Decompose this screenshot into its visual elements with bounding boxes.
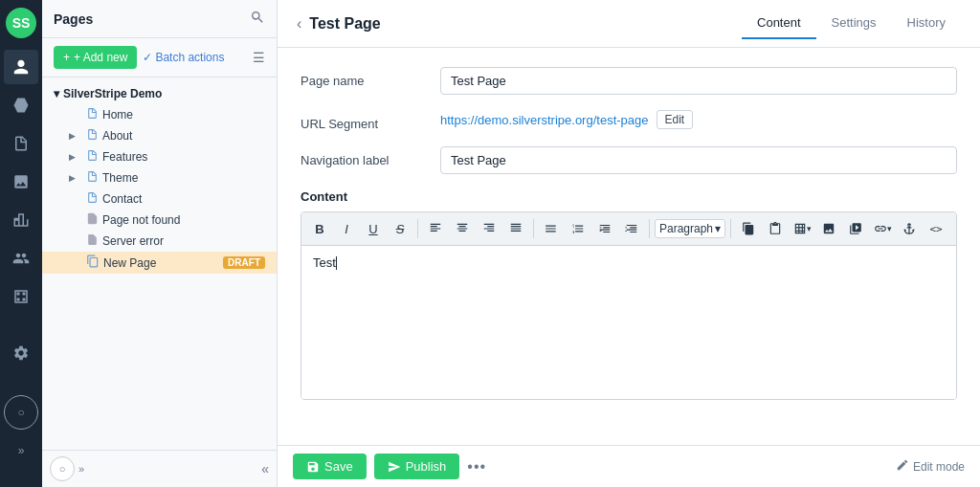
strikethrough-button[interactable]: S (388, 216, 412, 241)
align-right-button[interactable] (477, 216, 501, 241)
nav-icon-chart[interactable] (4, 203, 38, 237)
tree-item-features[interactable]: ▶ Features (42, 146, 277, 167)
tree-item-server-error[interactable]: Server error (42, 231, 277, 252)
special-page-icon (86, 212, 99, 228)
tree-item-contact[interactable]: Contact (42, 188, 277, 210)
toolbar-sep-4 (730, 219, 731, 238)
publish-button[interactable]: Publish (374, 454, 460, 479)
page-name-label: Page name (301, 67, 425, 88)
editor-content[interactable]: Test (301, 246, 956, 399)
align-center-button[interactable] (450, 216, 475, 241)
media-button[interactable] (843, 216, 868, 241)
batch-label: Batch actions (155, 51, 224, 64)
bottom-circle-icon[interactable]: ○ (4, 395, 38, 430)
special-page-icon (86, 233, 99, 249)
toolbar-sep-3 (649, 219, 650, 238)
page-icon (86, 191, 99, 207)
page-title: Test Page (309, 15, 380, 33)
nav-icon-network[interactable] (4, 88, 38, 122)
left-nav: SS ○ » (0, 0, 42, 487)
nav-icon-table[interactable] (4, 279, 38, 314)
search-icon[interactable] (250, 10, 265, 28)
editor-toolbar: B I U S (301, 212, 956, 246)
page-name-input[interactable] (440, 67, 957, 95)
link-button[interactable]: ▾ (870, 216, 895, 241)
editor-wrapper: B I U S (301, 211, 957, 400)
url-edit-button[interactable]: Edit (657, 110, 694, 129)
publish-label: Publish (406, 459, 447, 474)
url-segment-row: URL Segment https://demo.silverstripe.or… (301, 110, 957, 131)
tree-item-label: About (102, 129, 265, 143)
toolbar-sep (417, 219, 418, 238)
nav-icon-pages[interactable] (4, 126, 38, 161)
tab-history[interactable]: History (892, 8, 961, 39)
table-button[interactable]: ▾ (790, 216, 814, 241)
main-header: ‹ Test Page Content Settings History (278, 0, 980, 48)
expander: ▶ (69, 131, 82, 141)
code-button[interactable]: <> (924, 216, 948, 241)
url-link[interactable]: https://demo.silverstripe.org/test-page (440, 113, 649, 127)
nav-label-input[interactable] (440, 146, 957, 174)
back-button[interactable]: ‹ (297, 15, 301, 33)
paragraph-label: Paragraph (659, 222, 713, 235)
batch-actions-button[interactable]: ✓ Batch actions (143, 51, 224, 64)
sidebar-title: Pages (54, 11, 93, 27)
tree-item-theme[interactable]: ▶ Theme (42, 167, 277, 188)
bold-button[interactable]: B (307, 216, 332, 241)
collapse-button[interactable]: « (261, 461, 269, 476)
align-left-button[interactable] (423, 216, 448, 241)
tree-item-label: Home (102, 108, 265, 122)
tree-item-page-not-found[interactable]: Page not found (42, 210, 277, 231)
nav-label: Navigation label (301, 146, 425, 167)
more-button[interactable]: ••• (467, 458, 486, 476)
tab-content[interactable]: Content (742, 8, 816, 39)
ul-button[interactable] (539, 216, 564, 241)
nav-expand-icon[interactable]: » (4, 433, 38, 468)
edit-mode-label: Edit mode (913, 460, 965, 474)
tree-item-home[interactable]: Home (42, 104, 277, 125)
edit-mode-icon (896, 458, 909, 475)
dropdown-arrow: ▾ (715, 222, 721, 235)
image-button[interactable] (816, 216, 841, 241)
expander: ▶ (69, 152, 82, 162)
editor-text: Test (313, 255, 336, 270)
url-label: URL Segment (301, 110, 425, 131)
tree-root[interactable]: ▾ SilverStripe Demo (42, 83, 277, 104)
tree-item-new-page[interactable]: New Page DRAFT (42, 252, 277, 274)
copy-button[interactable] (736, 216, 761, 241)
nav-icon-settings[interactable] (4, 336, 38, 370)
paste-button[interactable] (763, 216, 788, 241)
tree-item-about[interactable]: ▶ About (42, 125, 277, 146)
circle-button[interactable]: ○ (50, 456, 75, 481)
anchor-button[interactable] (897, 216, 922, 241)
page-tree: ▾ SilverStripe Demo Home ▶ About ▶ Featu… (42, 77, 277, 450)
outdent-button[interactable] (619, 216, 644, 241)
italic-button[interactable]: I (334, 216, 359, 241)
app-logo: SS (6, 8, 36, 38)
draft-badge: DRAFT (223, 256, 265, 269)
content-label: Content (301, 189, 957, 204)
paragraph-select[interactable]: Paragraph ▾ (655, 219, 725, 238)
ol-button[interactable] (566, 216, 590, 241)
indent-button[interactable] (592, 216, 617, 241)
underline-button[interactable]: U (361, 216, 386, 241)
nav-icon-users[interactable] (4, 241, 38, 276)
list-view-button[interactable]: ☰ (253, 50, 265, 65)
sidebar: Pages + + Add new ✓ Batch actions ☰ ▾ Si… (42, 0, 278, 487)
check-icon: ✓ (143, 51, 152, 64)
align-justify-button[interactable] (503, 216, 528, 241)
add-new-button[interactable]: + + Add new (54, 46, 137, 69)
tab-settings[interactable]: Settings (816, 8, 892, 39)
main-content: ‹ Test Page Content Settings History Pag… (278, 0, 980, 487)
nav-icon-people[interactable] (4, 50, 38, 84)
multi-page-icon (86, 255, 100, 271)
tree-item-label: Server error (102, 234, 265, 248)
expander: ▶ (69, 173, 82, 183)
nav-icon-image[interactable] (4, 165, 38, 199)
page-icon (86, 107, 99, 122)
content-section: Content B I U S (301, 189, 957, 400)
page-name-row: Page name (301, 67, 957, 95)
main-footer: Save Publish ••• Edit mode (278, 445, 980, 487)
save-button[interactable]: Save (293, 454, 367, 479)
tree-item-label: Contact (102, 192, 265, 206)
